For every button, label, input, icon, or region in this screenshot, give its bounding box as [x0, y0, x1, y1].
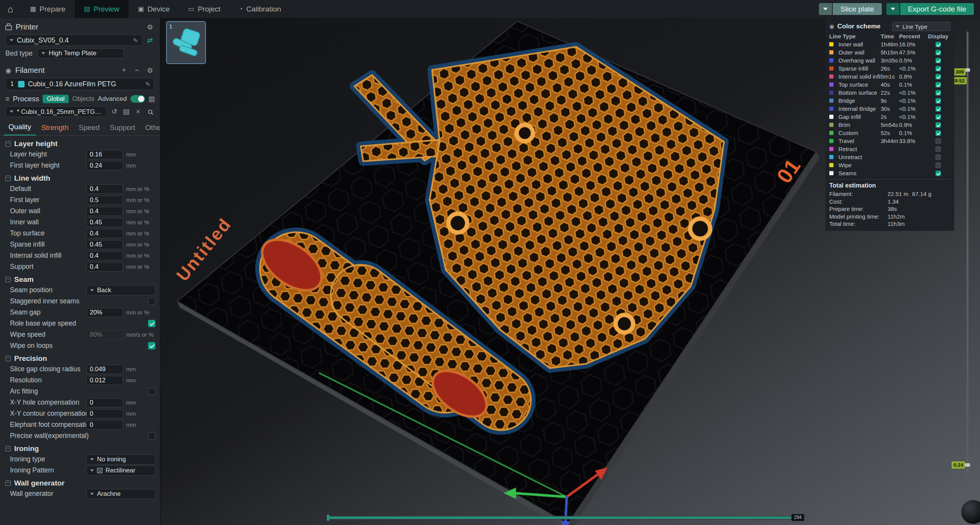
seam-position-select[interactable]: Back — [86, 285, 155, 295]
process-tab-support[interactable]: Support — [105, 122, 140, 135]
advanced-toggle[interactable] — [130, 95, 145, 103]
brim-display-checkbox[interactable] — [936, 122, 941, 128]
export-gcode-button[interactable]: Export G-code file — [900, 3, 974, 15]
save-preset-icon[interactable]: ▤ — [122, 107, 131, 116]
legend-header: ◉ Color scheme Line Type — [829, 21, 950, 32]
gap-infill-display-checkbox[interactable] — [936, 114, 941, 120]
wipe-speed-input[interactable]: 80% — [86, 330, 123, 339]
reset-preset-icon[interactable]: ↺ — [110, 107, 119, 116]
group-header-wall-generator: Wall generator — [0, 476, 160, 488]
retract-display-checkbox[interactable] — [936, 146, 941, 152]
bed-type-select[interactable]: High Temp Plate — [37, 48, 124, 58]
move-slider-value[interactable]: 294 — [791, 514, 804, 521]
layer-slider[interactable] — [967, 31, 968, 476]
add-filament-button[interactable]: + — [119, 66, 128, 74]
layer-slider-bottom-handle[interactable] — [965, 463, 970, 467]
x-y-hole-compensation-input[interactable]: 0 — [86, 398, 123, 407]
top-surface-display-checkbox[interactable] — [936, 82, 941, 87]
custom-swatch — [829, 131, 833, 135]
ironing-type-select[interactable]: No ironing — [86, 454, 155, 464]
select-value: Rectilinear — [105, 467, 135, 474]
filament-color-swatch[interactable] — [18, 81, 25, 87]
seams-display-checkbox[interactable] — [936, 171, 941, 176]
sparse-infill-input[interactable]: 0.45 — [86, 240, 123, 249]
unit-label: mm or % — [123, 309, 155, 316]
sparse-infill-display-checkbox[interactable] — [936, 66, 941, 71]
tab-project[interactable]: ▭Project — [179, 0, 229, 18]
elephant-foot-compensation-input[interactable]: 0 — [86, 420, 123, 430]
tab-prepare[interactable]: ▦Prepare — [21, 0, 75, 18]
precise-wall-experimental-checkbox[interactable] — [148, 432, 155, 439]
edit-printer-icon[interactable]: ✎ — [133, 37, 138, 44]
role-base-wipe-speed-checkbox[interactable] — [148, 320, 155, 327]
tab-device[interactable]: ▣Device — [128, 0, 179, 18]
move-slider[interactable]: 294 — [327, 516, 804, 520]
filament-combo-row: 1 Cubix_0.16 AzureFilm PETG ✎ — [0, 76, 160, 92]
internal-solid-infill-display-checkbox[interactable] — [936, 74, 941, 79]
process-tab-speed[interactable]: Speed — [74, 122, 104, 135]
process-tab-quality[interactable]: Quality — [4, 121, 36, 135]
filament-settings-gear-icon[interactable]: ⚙ — [145, 66, 155, 75]
sparse-infill-swatch — [829, 66, 833, 71]
total-label: Model printing time: — [829, 213, 888, 220]
layer-height-input[interactable]: 0.16 — [86, 150, 123, 159]
line-type-time: 22s — [881, 89, 899, 96]
scope-global-button[interactable]: Global — [43, 95, 69, 103]
ironing-pattern-select[interactable]: Rectilinear — [86, 466, 155, 476]
setting-row-slice-gap-closing-radius: Slice gap closing radius0.049mm — [0, 364, 160, 375]
custom-display-checkbox[interactable] — [936, 130, 941, 136]
setting-row-x-y-hole-compensation: X-Y hole compensation0mm — [0, 397, 160, 408]
filament-select[interactable]: 1 Cubix_0.16 AzureFilm PETG ✎ — [5, 78, 155, 90]
total-row-model-printing-time: Model printing time:11h2m — [829, 213, 950, 221]
remove-filament-button[interactable]: − — [132, 66, 142, 74]
export-dropdown-button[interactable] — [886, 3, 899, 15]
seam-gap-input[interactable]: 20% — [86, 308, 123, 317]
printer-settings-gear-icon[interactable]: ⚙ — [145, 23, 155, 31]
setting-label: Wall generator — [10, 490, 86, 498]
wall-generator-select[interactable]: Arachne — [86, 489, 155, 499]
wipe-on-loops-checkbox[interactable] — [148, 342, 155, 349]
inner-wall-display-checkbox[interactable] — [936, 42, 941, 47]
slice-dropdown-button[interactable] — [819, 3, 832, 15]
wipe-display-checkbox[interactable] — [936, 163, 941, 168]
top-surface-input[interactable]: 0.4 — [86, 229, 123, 238]
layer-slider-top-handle[interactable] — [965, 68, 970, 72]
printer-select[interactable]: Cubix_SV05_0.4 ✎ — [5, 35, 142, 46]
tab-calibration[interactable]: ◔Calibration — [230, 0, 290, 18]
arc-fitting-checkbox[interactable] — [148, 388, 155, 395]
process-tab-strength[interactable]: Strength — [36, 122, 73, 135]
x-y-contour-compensation-input[interactable]: 0 — [86, 409, 123, 418]
internal-solid-infill-input[interactable]: 0.4 — [86, 251, 123, 260]
tab-preview[interactable]: ▤Preview — [75, 0, 129, 18]
support-input[interactable]: 0.4 — [86, 262, 123, 272]
process-preset-select[interactable]: * Cubix_0.16_25mm_PETG_Fast_2.1 — [5, 106, 107, 117]
process-tab-others[interactable]: Others — [140, 122, 160, 135]
home-button[interactable]: ⌂ — [0, 0, 21, 18]
outer-wall-display-checkbox[interactable] — [936, 50, 941, 55]
plate-thumbnail[interactable]: 1 — [166, 21, 206, 64]
internal-bridge-display-checkbox[interactable] — [936, 106, 941, 112]
slice-plate-button[interactable]: Slice plate — [833, 3, 882, 15]
unretract-display-checkbox[interactable] — [936, 155, 941, 160]
overhang-wall-display-checkbox[interactable] — [936, 58, 941, 63]
first-layer-height-input[interactable]: 0.24 — [86, 161, 123, 170]
inner-wall-input[interactable]: 0.45 — [86, 218, 123, 227]
view-type-select[interactable]: Line Type — [892, 22, 950, 31]
search-settings-button[interactable] — [145, 108, 155, 116]
bottom-surface-display-checkbox[interactable] — [936, 90, 941, 95]
first-layer-input[interactable]: 0.5 — [86, 196, 123, 205]
resolution-input[interactable]: 0.012 — [86, 376, 123, 385]
default-input[interactable]: 0.4 — [86, 184, 123, 194]
outer-wall-input[interactable]: 0.4 — [86, 207, 123, 216]
scope-objects-button[interactable]: Objects — [72, 95, 94, 103]
travel-display-checkbox[interactable] — [936, 138, 941, 144]
edit-filament-icon[interactable]: ✎ — [145, 81, 150, 88]
seam-icon — [5, 277, 11, 282]
clear-preset-icon[interactable]: × — [133, 108, 143, 116]
split-view-icon[interactable]: ▥ — [148, 95, 155, 103]
slice-gap-closing-radius-input[interactable]: 0.049 — [86, 365, 123, 374]
bridge-display-checkbox[interactable] — [936, 98, 941, 104]
printer-connection-icon[interactable]: ⇄ — [145, 36, 155, 44]
staggered-inner-seams-checkbox[interactable] — [148, 298, 155, 305]
setting-row-wall-generator: Wall generatorArachne — [0, 488, 160, 499]
